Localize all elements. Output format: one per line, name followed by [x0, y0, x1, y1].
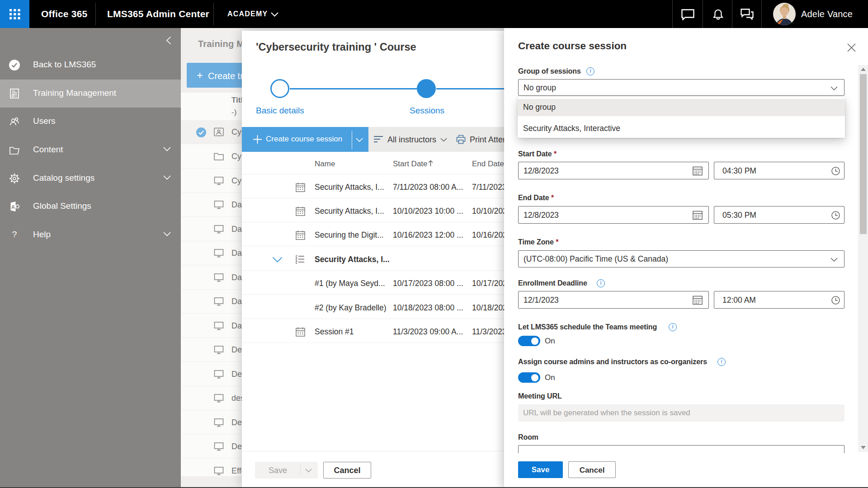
svg-text:A: A — [11, 204, 15, 210]
